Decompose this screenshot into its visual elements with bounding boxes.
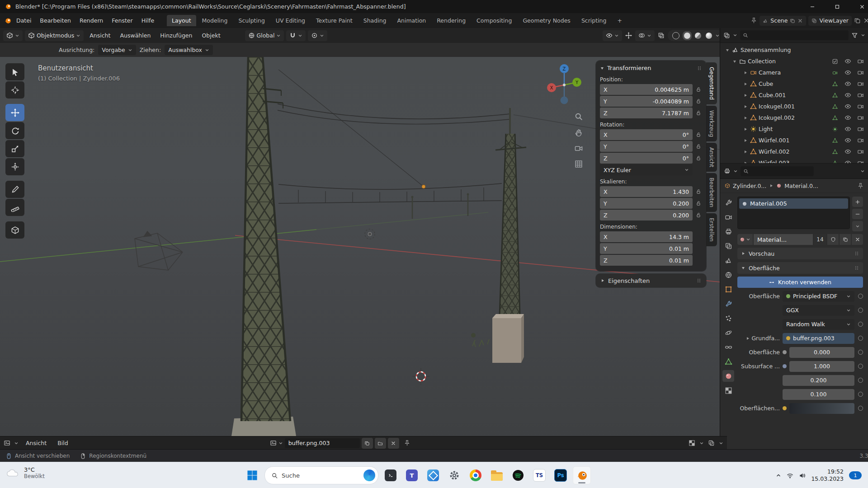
eye-icon[interactable] — [844, 160, 851, 163]
image-menu-ansicht[interactable]: Ansicht — [22, 438, 50, 448]
checkbox-icon[interactable] — [832, 59, 838, 64]
subsurface-method-dropdown[interactable]: Random Walk — [783, 319, 854, 330]
taskbar-app-train-simulator[interactable]: TS — [530, 466, 548, 484]
scale-x-field[interactable]: X1.430 — [600, 186, 693, 197]
maximize-button[interactable] — [827, 0, 848, 13]
image-editor-icon[interactable] — [4, 440, 10, 446]
notification-badge[interactable]: 1 — [849, 471, 862, 479]
filter-icon[interactable] — [851, 32, 858, 39]
tool-3d-cursor[interactable] — [5, 81, 24, 99]
subsurface-radius-x-field[interactable]: 1.000 — [789, 361, 854, 372]
expand-icon[interactable] — [743, 70, 748, 75]
right-lattice-mast[interactable] — [492, 108, 526, 363]
animate-dot[interactable] — [858, 392, 863, 397]
viewport-menu-ansicht[interactable]: Ansicht — [86, 30, 114, 41]
eigenschaften-panel-header[interactable]: Eigenschaften — [596, 274, 706, 287]
chevron-down-icon[interactable] — [278, 441, 283, 446]
breadcrumb-object[interactable]: Zylinder.0... — [733, 183, 766, 189]
workspace-tab-uv-editing[interactable]: UV Editing — [271, 15, 310, 26]
camera-visibility-icon[interactable] — [857, 80, 864, 87]
camera-visibility-icon[interactable] — [857, 148, 864, 155]
dimensions-y-field[interactable]: Y0.01 m — [600, 243, 693, 254]
navigation-gizmo[interactable]: Z X Y — [541, 61, 588, 108]
animate-dot[interactable] — [858, 336, 863, 341]
chevron-down-icon[interactable] — [733, 33, 737, 38]
panel-grip-icon[interactable] — [697, 66, 702, 71]
breadcrumb-material[interactable]: Material.0... — [784, 183, 818, 189]
workspace-tab-animation[interactable]: Animation — [392, 15, 431, 26]
taskbar-app-explorer[interactable] — [488, 466, 506, 484]
tab-view-layer[interactable] — [722, 240, 734, 252]
pin-scene-icon[interactable] — [750, 17, 757, 24]
properties-search-input[interactable] — [741, 166, 814, 176]
tab-object[interactable] — [722, 283, 734, 295]
color-swatch-field[interactable] — [789, 403, 854, 414]
lock-icon[interactable] — [695, 99, 702, 104]
chevron-down-icon[interactable] — [719, 441, 723, 446]
dimensions-x-field[interactable]: X14.3 m — [600, 231, 693, 242]
eye-icon[interactable] — [844, 69, 851, 76]
menu-fenster[interactable]: Fenster — [108, 15, 137, 26]
socket-dot-icon[interactable] — [783, 350, 787, 354]
unlink-image-button[interactable] — [388, 438, 399, 449]
open-image-button[interactable] — [375, 438, 386, 449]
add-workspace-button[interactable]: + — [612, 15, 627, 26]
shading-solid-button[interactable] — [683, 31, 692, 40]
chevron-down-icon[interactable] — [715, 33, 720, 38]
lock-icon[interactable] — [695, 87, 702, 92]
visibility-dropdown[interactable] — [603, 30, 622, 41]
outliner-row-light[interactable]: Light — [720, 123, 868, 135]
outliner-row-wuerfel-002[interactable]: Würfel.002 — [720, 146, 868, 157]
tab-tool[interactable] — [722, 197, 734, 208]
outliner-row-icokugel-002[interactable]: Icokugel.002 — [720, 112, 868, 123]
position-x-field[interactable]: X0.004625 m — [600, 84, 693, 95]
outliner-row-cube[interactable]: Cube — [720, 78, 868, 89]
xray-toggle-icon[interactable] — [658, 32, 665, 39]
animate-dot[interactable] — [858, 308, 863, 313]
animate-dot[interactable] — [858, 322, 863, 327]
workspace-tab-compositing[interactable]: Compositing — [472, 15, 517, 26]
tool-rotate[interactable] — [5, 122, 24, 139]
lock-icon[interactable] — [695, 155, 702, 161]
tab-object-data[interactable] — [722, 356, 734, 367]
gizmo-neg-z-axis[interactable] — [561, 97, 568, 104]
n-tab-erstellen[interactable]: Erstellen — [706, 213, 717, 246]
snap-dropdown[interactable] — [286, 30, 306, 41]
volume-icon[interactable] — [799, 472, 806, 479]
workspace-tab-texture-paint[interactable]: Texture Paint — [311, 15, 358, 26]
material-name-field[interactable]: Material... — [754, 234, 813, 245]
tab-world[interactable] — [722, 269, 734, 281]
camera-visibility-icon[interactable] — [857, 69, 864, 76]
tab-constraints[interactable] — [722, 341, 734, 353]
drag-setting-dropdown[interactable]: Auswahlbox — [165, 45, 213, 55]
n-tab-gegenstand[interactable]: Gegenstand — [706, 62, 717, 104]
workspace-tab-layout[interactable]: Layout — [167, 15, 196, 26]
viewport-menu-auswaehlen[interactable]: Auswählen — [116, 30, 154, 41]
new-view-layer-icon[interactable] — [854, 17, 861, 24]
properties-editor-icon[interactable] — [724, 168, 731, 174]
expand-icon[interactable] — [743, 138, 748, 143]
show-gizmo-toggle-icon[interactable] — [625, 32, 632, 39]
animate-dot[interactable] — [858, 378, 863, 383]
eye-icon[interactable] — [844, 92, 851, 99]
light-gizmo[interactable] — [365, 229, 375, 239]
new-image-button[interactable] — [362, 438, 373, 449]
outliner-row-collection[interactable]: Collection — [720, 56, 868, 67]
view-layer-selector[interactable]: ViewLayer — [808, 16, 852, 26]
base-color-image-field[interactable]: buffer.png.003 — [783, 333, 854, 344]
eye-icon[interactable] — [844, 103, 851, 110]
panel-grip-icon[interactable] — [854, 251, 859, 256]
chevron-down-icon[interactable] — [733, 169, 738, 174]
tab-texture[interactable] — [722, 385, 734, 396]
eye-icon[interactable] — [844, 114, 851, 121]
editor-type-button[interactable] — [3, 30, 23, 41]
outliner-row-wuerfel-003[interactable]: Würfel.003 — [720, 157, 868, 163]
blender-menu-icon[interactable] — [4, 17, 12, 25]
mode-dropdown[interactable]: Objektmodus — [25, 30, 84, 41]
viewport-menu-hinzufuegen[interactable]: Hinzufügen — [156, 30, 196, 41]
chevron-down-icon[interactable] — [860, 169, 865, 174]
expand-icon[interactable] — [743, 116, 748, 120]
camera-visibility-icon[interactable] — [857, 114, 864, 121]
tool-transform[interactable] — [5, 158, 24, 175]
transform-panel-header[interactable]: Transformieren — [600, 64, 702, 73]
